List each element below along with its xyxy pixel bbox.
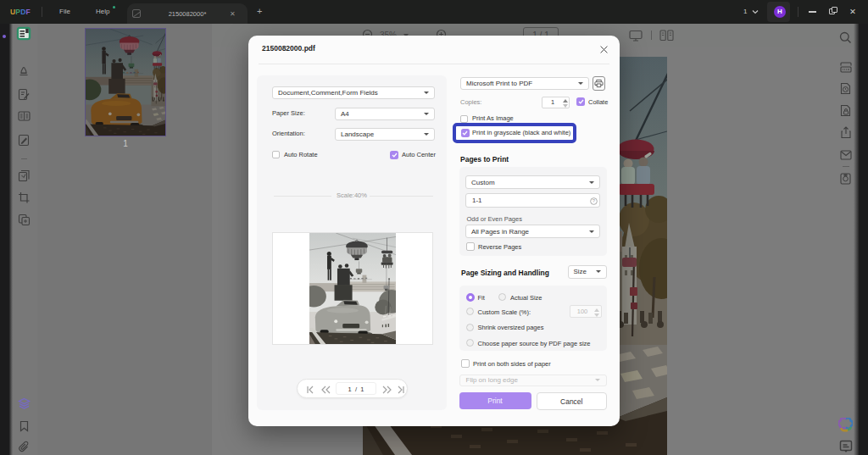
svg-text:?: ? — [593, 198, 596, 203]
